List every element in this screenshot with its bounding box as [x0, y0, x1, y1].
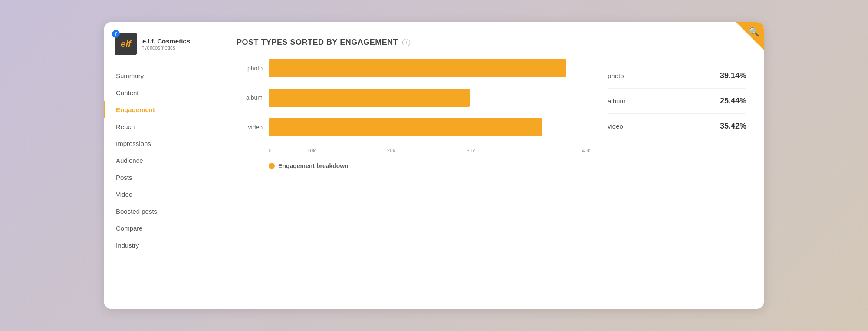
stat-value-photo: 39.14%: [720, 71, 746, 80]
stat-row-album: album25.44%: [608, 89, 746, 114]
x-tick-20k: 20k: [351, 148, 431, 154]
sidebar: f elf e.l.f. Cosmetics f /elfcosmetics S…: [104, 22, 219, 309]
main-card: f elf e.l.f. Cosmetics f /elfcosmetics S…: [104, 22, 764, 309]
bar-row-album: album: [269, 89, 590, 107]
logo-text: elf: [121, 39, 131, 49]
sidebar-item-impressions[interactable]: Impressions: [104, 135, 219, 152]
x-tick-40k: 40k: [510, 148, 590, 154]
section-title: POST TYPES SORTED BY ENGAGEMENT i: [237, 38, 746, 47]
bar-fill-photo: [269, 59, 566, 77]
stat-row-photo: photo39.14%: [608, 63, 746, 89]
sidebar-item-posts[interactable]: Posts: [104, 169, 219, 186]
bar-label-photo: photo: [237, 65, 263, 72]
x-tick-0: 0: [269, 148, 272, 154]
x-tick-10k: 10k: [272, 148, 352, 154]
bar-label-video: video: [237, 124, 263, 131]
legend-dot: [269, 163, 275, 169]
bars-wrapper: photoalbumvideo: [237, 59, 590, 136]
stat-label-photo: photo: [608, 72, 624, 79]
stat-label-video: video: [608, 122, 623, 130]
stat-row-video: video35.42%: [608, 114, 746, 139]
info-icon[interactable]: i: [402, 39, 410, 46]
sidebar-item-summary[interactable]: Summary: [104, 67, 219, 84]
legend-label: Engagement breakdown: [278, 162, 349, 169]
sidebar-item-compare[interactable]: Compare: [104, 220, 219, 237]
sidebar-item-video[interactable]: Video: [104, 186, 219, 203]
stat-value-album: 25.44%: [720, 96, 746, 106]
bar-row-video: video: [269, 118, 590, 136]
facebook-badge: f: [112, 30, 120, 38]
bar-row-photo: photo: [269, 59, 590, 77]
main-content: 🔍 POST TYPES SORTED BY ENGAGEMENT i phot…: [219, 22, 764, 309]
sidebar-item-content[interactable]: Content: [104, 84, 219, 101]
search-icon[interactable]: 🔍: [749, 26, 760, 37]
bar-label-album: album: [237, 94, 263, 101]
sidebar-item-reach[interactable]: Reach: [104, 118, 219, 135]
brand-logo: f elf: [115, 33, 137, 55]
bar-fill-video: [269, 118, 542, 136]
chart-area: photoalbumvideo 010k20k30k40k Engagement…: [237, 59, 590, 169]
sidebar-item-boosted-posts[interactable]: Boosted posts: [104, 203, 219, 220]
stat-value-video: 35.42%: [720, 122, 746, 131]
brand-name: e.l.f. Cosmetics: [142, 37, 190, 45]
bar-fill-album: [269, 89, 470, 107]
sidebar-item-industry[interactable]: Industry: [104, 237, 219, 254]
brand-handle: f /elfcosmetics: [142, 45, 190, 51]
brand-area: f elf e.l.f. Cosmetics f /elfcosmetics: [104, 33, 219, 67]
bars-inner: photoalbumvideo: [269, 59, 590, 136]
chart-legend: Engagement breakdown: [237, 162, 590, 169]
stats-panel: photo39.14%album25.44%video35.42%: [608, 59, 746, 139]
content-area: photoalbumvideo 010k20k30k40k Engagement…: [237, 59, 746, 169]
x-axis: 010k20k30k40k: [237, 148, 590, 154]
sidebar-item-engagement[interactable]: Engagement: [104, 101, 219, 118]
stat-label-album: album: [608, 97, 625, 105]
sidebar-item-audience[interactable]: Audience: [104, 152, 219, 169]
x-tick-30k: 30k: [431, 148, 511, 154]
brand-info: e.l.f. Cosmetics f /elfcosmetics: [142, 37, 190, 51]
